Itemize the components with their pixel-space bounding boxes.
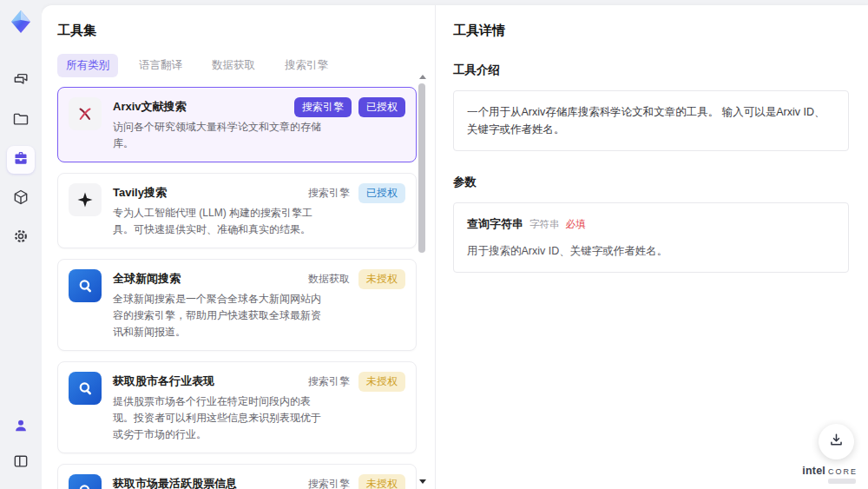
category-badge: 搜索引擎 (306, 372, 352, 392)
tool-description: 访问各个研究领域大量科学论文和文章的存储库。 (113, 119, 323, 152)
download-button[interactable] (819, 424, 854, 459)
tool-name: Tavily搜索 (113, 185, 323, 201)
toolbox-icon (12, 149, 30, 170)
qnews-icon (69, 269, 102, 302)
param-description: 用于搜索的Arxiv ID、关键字或作者姓名。 (467, 242, 835, 260)
sidebar-item-collapse[interactable] (7, 449, 35, 477)
scroll-down-arrow-icon[interactable] (419, 479, 426, 484)
tool-description: 全球新闻搜索是一个聚合全球各大新闻网站内容的搜索引擎，帮助用户快速获取全球最新资… (113, 291, 323, 340)
param-header: 查询字符串 字符串 必填 (467, 215, 835, 234)
category-tabs: 所有类别 语言翻译 数据获取 搜索引擎 (57, 54, 435, 77)
tool-card[interactable]: 全球新闻搜索 全球新闻搜索是一个聚合全球各大新闻网站内容的搜索引擎，帮助用户快速… (57, 259, 417, 351)
gear-icon (12, 228, 30, 248)
sidebar-item-chat[interactable] (7, 68, 35, 96)
intel-sub-mark (828, 479, 856, 484)
panel-layout-icon (12, 453, 30, 473)
param-required-badge: 必填 (566, 216, 586, 232)
auth-status-badge: 已授权 (358, 183, 405, 203)
sidebar-bottom (7, 413, 35, 477)
tool-description: 专为人工智能代理 (LLM) 构建的搜索引擎工具。可快速提供实时、准确和真实的结… (113, 205, 323, 238)
param-box: 查询字符串 字符串 必填 用于搜索的Arxiv ID、关键字或作者姓名。 (453, 202, 849, 273)
qnews-icon (69, 372, 102, 405)
sidebar-nav (7, 68, 35, 252)
tavily-icon (69, 183, 102, 216)
sidebar-item-account[interactable] (7, 413, 35, 441)
intro-text: 一个用于从Arxiv存储库搜索科学论文和文章的工具。 输入可以是Arxiv ID… (467, 106, 825, 135)
category-badge: 搜索引擎 (294, 97, 352, 117)
auth-status-badge: 未授权 (358, 372, 405, 392)
tool-name: 获取市场最活跃股票信息 (113, 476, 323, 489)
tab-all-categories[interactable]: 所有类别 (57, 54, 118, 77)
category-badge: 搜索引擎 (306, 474, 352, 489)
category-badge: 数据获取 (306, 269, 352, 289)
list-scrollbar[interactable] (418, 75, 426, 486)
scrollbar-thumb[interactable] (418, 83, 425, 253)
folder-icon (12, 110, 30, 131)
tool-name: Arxiv文献搜索 (113, 99, 323, 115)
user-icon (12, 417, 30, 438)
auth-status-badge: 未授权 (358, 269, 405, 289)
tool-description: 提供股票市场各个行业在特定时间段内的表现。投资者可以利用这些信息来识别表现优于或… (113, 393, 323, 443)
param-name: 查询字符串 (467, 215, 523, 234)
intro-box: 一个用于从Arxiv存储库搜索科学论文和文章的工具。 输入可以是Arxiv ID… (453, 90, 849, 151)
core-brand-text: core (828, 465, 858, 477)
auth-status-badge: 已授权 (358, 97, 405, 117)
detail-title: 工具详情 (453, 23, 849, 39)
tool-list: Arxiv文献搜索 访问各个研究领域大量科学论文和文章的存储库。 搜索引擎 已授… (57, 87, 417, 489)
auth-status-badge: 未授权 (358, 474, 405, 489)
tool-card[interactable]: Arxiv文献搜索 访问各个研究领域大量科学论文和文章的存储库。 搜索引擎 已授… (57, 87, 417, 162)
download-icon (828, 432, 845, 452)
chat-icon (12, 71, 30, 92)
intel-brand-text: intel (802, 465, 825, 477)
arxiv-icon (69, 97, 102, 130)
sidebar (0, 0, 42, 489)
tab-3[interactable]: 搜索引擎 (276, 54, 337, 77)
scroll-up-arrow-icon[interactable] (419, 75, 426, 79)
tool-detail-panel: 工具详情 工具介绍 一个用于从Arxiv存储库搜索科学论文和文章的工具。 输入可… (436, 5, 868, 489)
sidebar-item-settings[interactable] (7, 224, 35, 252)
tab-2[interactable]: 数据获取 (203, 54, 264, 77)
category-badge: 搜索引擎 (306, 183, 352, 203)
tool-list-panel: 工具集 所有类别 语言翻译 数据获取 搜索引擎 Arxiv文献搜索 访问各个研究… (42, 5, 436, 489)
param-type: 字符串 (529, 216, 560, 232)
package-icon (12, 188, 30, 209)
tool-card[interactable]: 获取股市各行业表现 提供股票市场各个行业在特定时间段内的表现。投资者可以利用这些… (57, 361, 417, 453)
sidebar-item-tools[interactable] (7, 146, 35, 174)
params-heading: 参数 (453, 175, 849, 190)
tool-name: 全球新闻搜索 (113, 271, 323, 287)
main-content: 工具集 所有类别 语言翻译 数据获取 搜索引擎 Arxiv文献搜索 访问各个研究… (42, 5, 868, 489)
tool-card[interactable]: 获取市场最活跃股票信息 提供当天交易量最高的股票列表。投资者可以利用这些信息来识… (57, 464, 417, 489)
qnews-icon (69, 474, 102, 489)
sidebar-item-files[interactable] (7, 107, 35, 135)
intro-heading: 工具介绍 (453, 63, 849, 78)
intel-core-logo: intelcore (802, 465, 858, 484)
tool-card[interactable]: Tavily搜索 专为人工智能代理 (LLM) 构建的搜索引擎工具。可快速提供实… (57, 173, 417, 248)
page-title: 工具集 (57, 23, 435, 39)
tab-1[interactable]: 语言翻译 (130, 54, 191, 77)
tool-name: 获取股市各行业表现 (113, 373, 323, 389)
app-logo-icon (8, 9, 34, 35)
sidebar-item-packages[interactable] (7, 185, 35, 213)
